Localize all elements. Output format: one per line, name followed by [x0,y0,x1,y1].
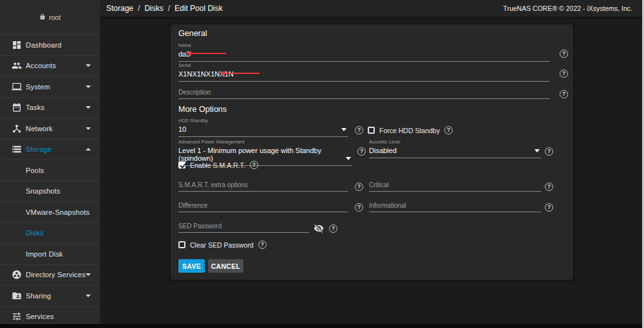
sidebar-item-label: Services [26,313,54,320]
critical-field[interactable]: Critical [369,181,541,192]
help-icon[interactable]: ? [560,90,568,98]
sidebar-item-import-disk[interactable]: Import Disk [0,244,100,265]
chevron-up-icon [86,148,91,150]
hdd-standby-select[interactable]: HDD Standby 10 [178,118,348,137]
storage-icon [12,144,22,154]
help-icon[interactable]: ? [357,147,366,156]
eye-off-icon[interactable] [314,223,324,233]
bottom-edge [0,324,644,328]
enable-smart-row: Enable S.M.A.R.T. ? [178,161,258,169]
chevron-down-icon [86,295,91,297]
accounts-icon [12,60,22,71]
breadcrumb: Storage / Disks / Edit Pool Disk [106,4,223,13]
sidebar-item-dashboard[interactable]: Dashboard [0,35,100,56]
chevron-down-icon [86,86,91,88]
serial-input[interactable]: X1NX1NX1NX1N [178,70,550,82]
help-icon[interactable]: ? [355,126,363,134]
apm-label: Advanced Power Management [178,139,352,145]
enable-smart-checkbox[interactable] [178,161,185,169]
enable-smart-label: Enable S.M.A.R.T. [190,161,245,169]
help-icon[interactable]: ? [545,203,553,212]
informational-field[interactable]: Informational [369,202,541,212]
dashboard-icon [12,40,22,50]
name-input[interactable]: da3 [178,50,550,62]
sidebar-item-label: VMware-Snapshots [26,208,90,216]
name-field[interactable]: Name da3 [178,42,550,62]
breadcrumb-storage[interactable]: Storage [106,4,133,13]
sidebar-item-label: Storage [26,145,52,153]
help-icon[interactable]: ? [355,183,363,191]
clear-sed-password-label: Clear SED Password [190,241,254,249]
sidebar-item-system[interactable]: System [0,77,100,98]
truenas-app-window: root Dashboard Accounts System Tasks Net… [0,0,644,328]
tasks-icon [12,102,22,113]
save-button[interactable]: SAVE [178,259,205,273]
sed-password-label: SED Password [178,223,309,230]
sidebar-item-directory-services[interactable]: Directory Services [0,265,100,286]
system-icon [12,82,22,92]
sidebar-item-storage[interactable]: Storage [0,140,100,161]
sidebar-item-label: Pools [26,167,44,174]
breadcrumb-edit-pool-disk: Edit Pool Disk [175,4,223,13]
informational-label: Informational [369,202,541,210]
acoustic-level-label: Acoustic Level [369,139,541,145]
hdd-standby-label: HDD Standby [178,118,348,123]
help-icon[interactable]: ? [545,147,553,156]
cancel-button[interactable]: CANCEL [208,259,243,273]
help-icon[interactable]: ? [329,224,337,233]
critical-label: Critical [369,181,541,189]
sidebar-item-network[interactable]: Network [0,118,100,140]
sidebar-item-pools[interactable]: Pools [0,160,100,181]
name-label: Name [178,42,550,48]
breadcrumb-disks[interactable]: Disks [144,4,163,13]
sidebar-item-label: Directory Services [26,271,86,278]
acoustic-level-select[interactable]: Acoustic Level Disabled [369,139,541,158]
sidebar-item-tasks[interactable]: Tasks [0,98,100,119]
sidebar-item-accounts[interactable]: Accounts [0,56,100,77]
sidebar-item-sharing[interactable]: Sharing [0,286,100,307]
help-icon[interactable]: ? [250,161,258,169]
hdd-standby-value[interactable]: 10 [178,125,348,137]
content-area: General Name da3 ? Serial X1NX1NX1NX1N ? [100,17,644,328]
general-section-heading: General [178,29,207,38]
chevron-down-icon [86,64,91,67]
acoustic-level-value[interactable]: Disabled [369,147,541,158]
difference-field[interactable]: Difference [178,202,348,212]
smart-extra-options-label: S.M.A.R.T. extra options [178,181,348,189]
sed-password-field[interactable]: SED Password [178,223,309,233]
help-icon[interactable]: ? [560,50,568,58]
main-area: Storage / Disks / Edit Pool Disk TrueNAS… [100,0,644,328]
sidebar-item-snapshots[interactable]: Snapshots [0,181,100,203]
chevron-down-icon [86,127,91,130]
smart-extra-options-field[interactable]: S.M.A.R.T. extra options [178,181,348,192]
sidebar-item-label: Tasks [26,104,44,111]
dropdown-caret-icon [346,157,351,160]
sidebar-item-label: System [26,83,50,91]
sidebar-item-vmware-snapshots[interactable]: VMware-Snapshots [0,202,100,223]
sidebar-item-label: Sharing [26,292,51,300]
sidebar-user-header: root [0,0,100,35]
serial-field[interactable]: Serial X1NX1NX1NX1N [178,62,550,82]
sidebar-item-label: Snapshots [26,187,61,195]
copyright-text: TrueNAS CORE® © 2022 - iXsystems, Inc. [503,5,638,12]
sidebar-item-disks[interactable]: Disks [0,223,100,244]
help-icon[interactable]: ? [444,126,453,134]
username: root [49,14,61,21]
annotation-arrow-serial [225,73,260,74]
clear-sed-password-row: Clear SED Password ? [178,241,267,249]
edit-disk-form-card: General Name da3 ? Serial X1NX1NX1NX1N ? [171,24,573,280]
difference-label: Difference [178,202,348,210]
serial-label: Serial [178,62,550,68]
chevron-down-icon [86,273,91,276]
help-icon[interactable]: ? [355,203,363,212]
dropdown-caret-icon [341,128,346,131]
help-icon[interactable]: ? [560,69,568,78]
description-field[interactable]: Description [178,89,550,99]
force-hdd-standby-checkbox[interactable] [368,127,375,134]
help-icon[interactable]: ? [545,183,553,191]
chevron-down-icon [86,106,91,109]
sidebar-item-label: Network [26,125,53,132]
clear-sed-password-checkbox[interactable] [178,241,185,248]
sidebar-item-label: Accounts [26,62,56,69]
help-icon[interactable]: ? [258,241,267,249]
